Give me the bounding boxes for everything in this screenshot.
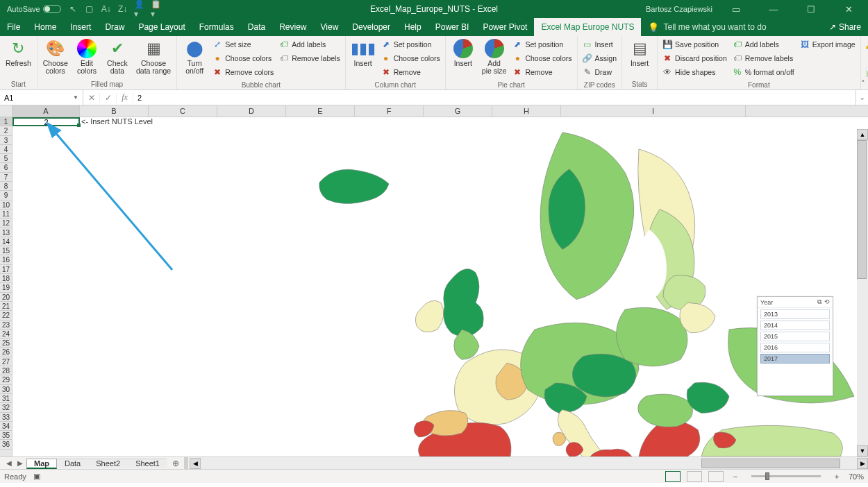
clear-filter-icon[interactable]: ⟲ [824, 298, 830, 306]
tab-insert[interactable]: Insert [63, 18, 98, 36]
tab-page-layout[interactable]: Page Layout [131, 18, 192, 36]
scroll-right-icon[interactable]: ▶ [857, 458, 868, 469]
multi-select-icon[interactable]: ⧉ [817, 298, 821, 306]
row-header-23[interactable]: 23 [0, 321, 12, 330]
row-header-11[interactable]: 11 [0, 210, 12, 219]
row-header-17[interactable]: 17 [0, 265, 12, 274]
zip-insert-button[interactable]: ▭Insert [583, 37, 617, 51]
ribbon-options-icon[interactable]: ▭ [722, 0, 750, 18]
row-header-12[interactable]: 12 [0, 219, 12, 228]
year-slicer[interactable]: Year ⧉ ⟲ 20132014201520162017 [757, 296, 833, 396]
cells-canvas[interactable]: 2 <- Insert NUTS Level [12, 117, 868, 456]
row-header-30[interactable]: 30 [0, 385, 12, 394]
scroll-down-icon[interactable]: ▼ [857, 445, 868, 456]
row-header-21[interactable]: 21 [0, 302, 12, 311]
tab-help[interactable]: Help [397, 18, 428, 36]
column-header-c[interactable]: C [149, 105, 217, 117]
row-header-35[interactable]: 35 [0, 431, 12, 440]
format-remove-labels-button[interactable]: 🏷Remove labels [733, 51, 794, 65]
minimize-icon[interactable]: — [760, 0, 787, 18]
sheet-tab-sheet2[interactable]: Sheet2 [88, 459, 128, 468]
view-normal-button[interactable] [665, 471, 681, 482]
column-choose-colors-button[interactable]: ●Choose colors [381, 51, 440, 65]
tell-me[interactable]: 💡 Tell me what you want to do [648, 18, 766, 36]
scroll-left-icon[interactable]: ◀ [190, 458, 201, 469]
zoom-out-button[interactable]: − [731, 472, 740, 481]
hide-shapes-button[interactable]: 👁Hide shapes [662, 65, 727, 79]
edit-colors-button[interactable]: Edit colors [72, 37, 101, 76]
tab-data[interactable]: Data [241, 18, 272, 36]
export-image-button[interactable]: 🖼Export image [800, 37, 856, 51]
column-header-b[interactable]: B [80, 105, 149, 117]
fx-icon[interactable]: fx [117, 92, 133, 103]
save-icon[interactable]: ▢ [85, 4, 94, 14]
user-icon[interactable]: 👤▾ [135, 4, 144, 14]
row-header-22[interactable]: 22 [0, 311, 12, 320]
vertical-scroll-thumb[interactable] [857, 140, 867, 279]
bubble-add-labels-button[interactable]: 🏷Add labels [279, 37, 340, 51]
row-header-14[interactable]: 14 [0, 237, 12, 246]
slicer-item-2016[interactable]: 2016 [760, 343, 830, 352]
tab-power-bi[interactable]: Power BI [428, 18, 476, 36]
about-map-button[interactable]: ℹAbout Excel Map [866, 51, 868, 65]
slicer-item-2014[interactable]: 2014 [760, 321, 830, 330]
horizontal-scroll-thumb[interactable] [701, 459, 840, 468]
row-header-25[interactable]: 25 [0, 339, 12, 348]
website-button[interactable]: 📊Maps-for-Excel.com [866, 65, 868, 79]
column-header-f[interactable]: F [355, 105, 424, 117]
slicer-item-2013[interactable]: 2013 [760, 309, 830, 319]
cell-b1[interactable]: <- Insert NUTS Level [80, 117, 153, 126]
maximize-icon[interactable]: ☐ [797, 0, 825, 18]
choose-data-range-button[interactable]: ▦ Choose data range [133, 37, 174, 76]
add-pie-size-button[interactable]: Add pie size [479, 37, 510, 76]
zoom-slider[interactable] [751, 475, 821, 477]
username-label[interactable]: Bartosz Czapiewski [646, 5, 712, 13]
dropdown-icon[interactable]: ▼ [73, 94, 78, 101]
pie-insert-button[interactable]: Insert [449, 37, 478, 69]
column-header-d[interactable]: D [217, 105, 286, 117]
row-header-4[interactable]: 4 [0, 145, 12, 154]
tab-split-handle[interactable] [184, 457, 188, 469]
format-add-labels-button[interactable]: 🏷Add labels [733, 37, 794, 51]
slicer-item-2017[interactable]: 2017 [760, 354, 830, 364]
column-header-i[interactable]: I [561, 105, 746, 117]
tab-developer[interactable]: Developer [345, 18, 397, 36]
expand-formula-icon[interactable]: ⌄ [856, 90, 868, 105]
row-header-29[interactable]: 29 [0, 375, 12, 384]
row-header-7[interactable]: 7 [0, 173, 12, 182]
zoom-in-button[interactable]: + [832, 472, 842, 481]
zip-draw-button[interactable]: ✎Draw [583, 65, 617, 79]
cursor-icon[interactable]: ↖ [68, 4, 78, 14]
name-box[interactable]: A1 ▼ [0, 90, 83, 105]
column-set-position-button[interactable]: ⬈Set position [381, 37, 440, 51]
row-header-18[interactable]: 18 [0, 274, 12, 283]
row-header-36[interactable]: 36 [0, 440, 12, 449]
license-button[interactable]: 🔑License [866, 37, 868, 51]
row-header-16[interactable]: 16 [0, 255, 12, 264]
row-header-20[interactable]: 20 [0, 293, 12, 302]
row-header-28[interactable]: 28 [0, 366, 12, 375]
column-header-g[interactable]: G [424, 105, 492, 117]
tab-file[interactable]: File [0, 18, 27, 36]
pie-set-position-button[interactable]: ⬈Set position [512, 37, 571, 51]
pie-remove-button[interactable]: ✖Remove [512, 65, 571, 79]
row-header-19[interactable]: 19 [0, 283, 12, 292]
row-header-32[interactable]: 32 [0, 403, 12, 412]
discard-position-button[interactable]: ✖Discard position [662, 51, 727, 65]
formula-input[interactable]: 2 [133, 90, 856, 105]
scroll-up-icon[interactable]: ▲ [857, 129, 868, 140]
horizontal-scrollbar[interactable]: ◀ ▶ [190, 457, 868, 469]
row-header-24[interactable]: 24 [0, 330, 12, 339]
stats-insert-button[interactable]: ▤ Insert [625, 37, 654, 69]
row-header-13[interactable]: 13 [0, 228, 12, 237]
bubble-remove-labels-button[interactable]: 🏷Remove labels [279, 51, 340, 65]
sheet-tab-sheet1[interactable]: Sheet1 [128, 459, 167, 468]
add-sheet-button[interactable]: ⊕ [169, 459, 183, 468]
tab-formulas[interactable]: Formulas [192, 18, 241, 36]
collapse-ribbon-icon[interactable]: ˄ [861, 79, 865, 88]
europe-map[interactable] [271, 129, 868, 456]
percent-format-button[interactable]: %% format on/off [733, 65, 794, 79]
column-header-h[interactable]: H [492, 105, 561, 117]
view-page-layout-button[interactable] [687, 471, 702, 482]
macro-record-icon[interactable]: ▣ [33, 472, 40, 481]
